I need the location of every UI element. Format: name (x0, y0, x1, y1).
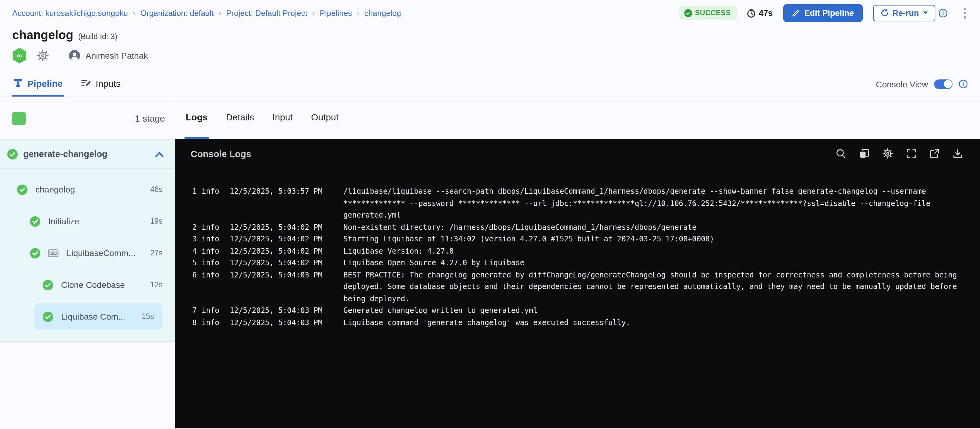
tab-inputs[interactable]: Inputs (80, 72, 122, 97)
tab-pipeline[interactable]: Pipeline (12, 72, 64, 97)
console-box: Console Logs 1info12/5/2025, 5:03:57 PM/… (175, 139, 980, 428)
step-row-initialize[interactable]: Initialize19s (0, 208, 162, 234)
log-level: info (202, 317, 223, 329)
rerun-info-icon[interactable] (939, 8, 948, 18)
step-success-icon (43, 279, 53, 290)
divider (59, 48, 59, 64)
breadcrumb-link-organization-default[interactable]: Organization: default (140, 8, 213, 18)
settings-icon[interactable] (882, 148, 893, 159)
step-duration: 46s (150, 185, 162, 194)
rerun-button[interactable]: Re-run (873, 5, 935, 21)
console-tab-input[interactable]: Input (271, 97, 294, 139)
page-title: changelog (12, 28, 73, 42)
log-line-2: 2info12/5/2025, 5:04:02 PMNon-existent d… (191, 222, 967, 233)
log-num: 6 (191, 269, 197, 281)
ci-module-icon: ∞ (12, 48, 27, 64)
caret-down-icon (923, 11, 928, 15)
clock-icon (747, 8, 756, 18)
step-success-icon (30, 216, 40, 226)
log-line-1: 1info12/5/2025, 5:03:57 PM/liquibase/liq… (191, 186, 967, 222)
stage-panel: generate-changelog changelog46sInitializ… (0, 140, 175, 341)
log-num: 2 (191, 222, 197, 233)
duration-indicator: 47s (747, 8, 773, 18)
log-time: 12/5/2025, 5:04:02 PM (230, 233, 334, 246)
step-row-clone-codebase[interactable]: Clone Codebase12s (0, 271, 162, 298)
log-level: info (202, 186, 223, 198)
download-icon[interactable] (953, 148, 963, 159)
console-toolbar (836, 148, 963, 159)
log-level: info (202, 246, 223, 257)
console-view-toggle[interactable] (934, 79, 953, 89)
log-output[interactable]: 1info12/5/2025, 5:03:57 PM/liquibase/liq… (175, 168, 980, 428)
log-time: 12/5/2025, 5:04:02 PM (230, 257, 334, 269)
build-id: (Build Id: 3) (78, 32, 117, 41)
log-line-5: 5info12/5/2025, 5:04:02 PMLiquibase Open… (191, 257, 967, 269)
log-time: 12/5/2025, 5:04:03 PM (230, 269, 334, 281)
top-bar: Account: kurosakiichigo.songoku›Organiza… (0, 0, 980, 26)
log-message: Generated changelog written to generated… (344, 305, 967, 317)
copy-icon[interactable] (859, 148, 869, 159)
top-actions: SUCCESS 47s Edit Pipeline Re-run (679, 4, 968, 22)
inputs-icon (81, 79, 91, 88)
log-line-4: 4info12/5/2025, 5:04:02 PMLiquibase Vers… (191, 246, 967, 257)
breadcrumb-link-pipelines[interactable]: Pipelines (320, 8, 352, 18)
log-message: BEST PRACTICE: The changelog generated b… (344, 269, 967, 305)
breadcrumb-link-project-default-project[interactable]: Project: Default Project (226, 8, 307, 18)
stage-success-square[interactable] (12, 112, 25, 125)
console-tab-details[interactable]: Details (225, 97, 255, 139)
console-view-info-icon[interactable] (959, 80, 968, 89)
log-time: 12/5/2025, 5:03:57 PM (230, 186, 334, 198)
breadcrumb-separator: › (312, 8, 315, 18)
log-level: info (202, 233, 223, 246)
pipeline-settings-gear-icon[interactable] (37, 49, 49, 62)
step-duration: 15s (142, 312, 154, 321)
breadcrumb-separator: › (133, 8, 136, 18)
log-num: 4 (191, 246, 197, 257)
step-label: LiquibaseComm... (67, 248, 136, 258)
pencil-icon (792, 9, 800, 17)
step-label: Clone Codebase (61, 280, 125, 290)
breadcrumb-link-changelog[interactable]: changelog (364, 8, 401, 18)
log-message: Liquibase command 'generate-changelog' w… (344, 317, 967, 329)
step-row-changelog[interactable]: changelog46s (0, 176, 162, 203)
console-tab-logs[interactable]: Logs (185, 97, 209, 139)
log-time: 12/5/2025, 5:04:03 PM (230, 317, 334, 329)
log-message: Starting Liquibase at 11:34:02 (version … (344, 233, 967, 246)
avatar (69, 50, 80, 61)
breadcrumb-separator: › (218, 8, 221, 18)
sidebar-empty-space (0, 341, 175, 428)
open-in-new-icon[interactable] (929, 148, 940, 159)
fullscreen-icon[interactable] (906, 148, 916, 159)
stage-check-icon (7, 149, 18, 159)
step-list: changelog46sInitialize19sLiquibaseComm..… (0, 169, 175, 330)
log-level: info (202, 257, 223, 269)
step-duration: 27s (150, 249, 162, 257)
search-icon[interactable] (836, 148, 846, 159)
success-check-icon (684, 9, 692, 17)
status-text: SUCCESS (695, 9, 731, 16)
stage-row-generate-changelog[interactable]: generate-changelog (0, 140, 175, 169)
log-time: 12/5/2025, 5:04:03 PM (230, 305, 334, 317)
step-success-icon (17, 184, 27, 195)
pipeline-execution-page: Account: kurosakiichigo.songoku›Organiza… (0, 0, 980, 429)
step-label: Initialize (48, 216, 79, 226)
more-options-icon[interactable] (962, 6, 968, 20)
step-row-liquibasecomm[interactable]: LiquibaseComm...27s (0, 239, 162, 266)
log-num: 3 (191, 233, 197, 246)
log-message: Liquibase Version: 4.27.0 (344, 246, 967, 257)
step-duration: 19s (150, 217, 162, 225)
step-success-icon (30, 248, 40, 258)
edit-pipeline-button[interactable]: Edit Pipeline (784, 4, 862, 22)
execution-sidebar: 1 stage generate-changelog changelog46sI… (0, 97, 175, 428)
console-tab-output[interactable]: Output (310, 97, 340, 139)
breadcrumb-link-account-kurosakiichigo-songoku[interactable]: Account: kurosakiichigo.songoku (12, 8, 128, 18)
pipeline-icon (13, 78, 22, 88)
log-line-7: 7info12/5/2025, 5:04:03 PMGenerated chan… (191, 305, 967, 317)
header-section: changelog (Build Id: 3) ∞ Animesh Pathak… (0, 26, 980, 97)
stage-count: 1 stage (135, 113, 165, 123)
stage-graph-header: 1 stage (0, 97, 175, 140)
svg-text:∞: ∞ (16, 51, 22, 60)
chevron-up-icon[interactable] (155, 151, 164, 157)
step-row-liquibase-com[interactable]: Liquibase Com...15s (34, 303, 162, 330)
log-line-8: 8info12/5/2025, 5:04:03 PMLiquibase comm… (191, 317, 967, 329)
